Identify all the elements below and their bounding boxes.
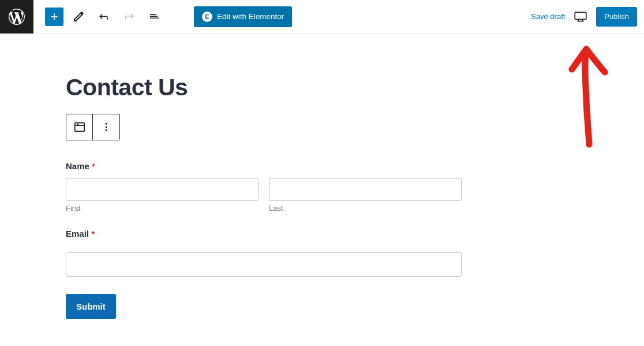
save-draft-button[interactable]: Save draft <box>531 12 565 21</box>
toolbar-right-group: Save draft Publish <box>531 7 644 27</box>
page-title[interactable]: Contact Us <box>66 74 473 101</box>
wordpress-icon <box>9 9 25 25</box>
edit-with-elementor-button[interactable]: E Edit with Elementor <box>194 6 292 27</box>
last-sublabel: Last <box>269 204 462 213</box>
last-name-input[interactable] <box>269 178 462 201</box>
required-mark: * <box>91 229 95 239</box>
required-mark: * <box>92 161 95 171</box>
desktop-icon <box>573 9 588 24</box>
name-field-group: Name * First Last <box>66 161 462 213</box>
undo-icon <box>97 10 111 24</box>
email-input[interactable] <box>66 252 462 277</box>
pencil-icon <box>72 10 85 24</box>
svg-point-3 <box>106 127 107 128</box>
plus-icon <box>48 10 61 23</box>
elementor-label: Edit with Elementor <box>217 12 284 21</box>
svg-point-4 <box>106 129 107 131</box>
block-toolbar <box>66 114 120 140</box>
document-overview-button[interactable] <box>144 6 165 27</box>
elementor-icon: E <box>202 12 212 22</box>
email-label: Email * <box>66 229 462 239</box>
first-sublabel: First <box>66 204 259 213</box>
more-vertical-icon <box>100 121 113 133</box>
first-name-input[interactable] <box>66 178 259 201</box>
email-field-group: Email * <box>66 229 462 277</box>
undo-button[interactable] <box>93 6 114 27</box>
toolbar-left-group: E Edit with Elementor <box>33 6 292 27</box>
contact-form: Name * First Last Email * S <box>66 161 462 319</box>
preview-button[interactable] <box>573 9 588 24</box>
form-block-icon <box>73 121 86 133</box>
add-block-button[interactable] <box>45 8 63 26</box>
redo-icon <box>122 10 136 24</box>
block-options-button[interactable] <box>93 114 119 140</box>
svg-rect-1 <box>74 123 84 132</box>
annotation-arrow <box>563 40 615 150</box>
tools-button[interactable] <box>68 6 89 27</box>
block-type-button[interactable] <box>66 114 93 140</box>
list-icon <box>148 10 162 24</box>
name-label: Name * <box>66 161 462 171</box>
editor-content: Contact Us Name * First <box>0 34 473 319</box>
submit-button[interactable]: Submit <box>66 294 116 319</box>
svg-rect-0 <box>575 12 587 19</box>
svg-point-2 <box>106 123 107 125</box>
redo-button <box>119 6 140 27</box>
publish-button[interactable]: Publish <box>596 7 637 27</box>
wordpress-logo[interactable] <box>0 0 33 34</box>
editor-topbar: E Edit with Elementor Save draft Publish <box>0 0 644 34</box>
